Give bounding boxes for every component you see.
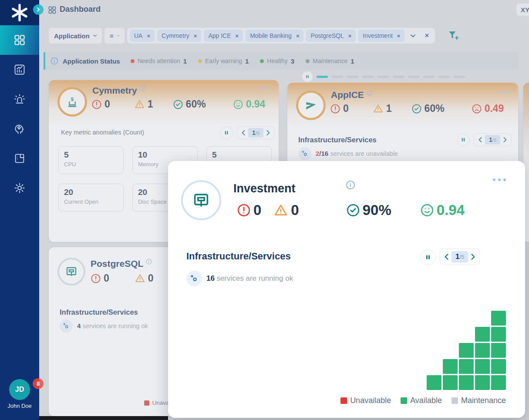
card-title: Investment <box>233 182 296 195</box>
carousel-pause-button[interactable] <box>302 71 313 82</box>
chevron-down-icon <box>411 34 415 37</box>
carousel-dash[interactable] <box>454 76 465 78</box>
close-icon[interactable]: × <box>236 33 239 39</box>
carousel-dash[interactable] <box>362 76 374 78</box>
chevron-down-icon <box>93 34 97 37</box>
availability-stat: 90% <box>346 202 391 218</box>
page-indicator: 1/5 <box>485 135 500 144</box>
info-icon[interactable] <box>146 259 152 265</box>
carousel-dash[interactable] <box>332 76 343 78</box>
prev-page-button[interactable] <box>239 130 248 135</box>
warnings-stat: 0 <box>135 272 154 284</box>
filter-chip[interactable]: Cymmetry × <box>157 30 201 42</box>
add-filter-icon[interactable] <box>448 30 459 43</box>
chevron-down-icon <box>117 34 119 37</box>
services-status-text: services are running ok <box>216 274 293 282</box>
gears-icon <box>62 322 70 330</box>
prev-page-button[interactable] <box>475 137 485 142</box>
sidebar-nav <box>0 25 39 203</box>
pagination: 1/5 <box>474 133 512 146</box>
postgresql-app-icon <box>57 258 85 286</box>
status-item: Early warning 1 <box>198 57 249 65</box>
close-icon[interactable]: × <box>397 33 401 39</box>
carousel-dash[interactable] <box>347 76 358 78</box>
clear-filters-button[interactable]: × <box>421 30 432 41</box>
carousel-dash[interactable] <box>438 76 450 78</box>
chevron-right-icon <box>503 137 507 142</box>
card-menu[interactable] <box>493 178 506 181</box>
service-square-available <box>475 359 490 374</box>
avatar[interactable]: JD 8 <box>9 379 30 400</box>
close-icon[interactable]: × <box>194 33 197 39</box>
sidebar-item-analytics[interactable] <box>0 55 39 84</box>
score-stat: 0.49 <box>472 103 504 114</box>
service-square-available <box>459 343 474 358</box>
next-page-button[interactable] <box>263 130 273 135</box>
notification-badge: 8 <box>33 378 44 389</box>
score-stat: 0.94 <box>233 98 266 110</box>
info-icon[interactable] <box>367 90 373 96</box>
next-page-button[interactable] <box>468 254 478 260</box>
badge-check-icon <box>411 104 422 114</box>
user-profile[interactable]: JD 8 John Doe <box>0 376 39 420</box>
page-indicator: 1/5 <box>248 128 263 138</box>
gears-icon <box>189 274 199 283</box>
appice-app-icon <box>296 91 326 120</box>
sidebar-item-reports[interactable] <box>0 144 39 173</box>
sidebar-item-settings[interactable] <box>0 173 39 203</box>
availability-stat: 60% <box>173 98 206 110</box>
card-menu[interactable] <box>499 91 509 94</box>
next-page-button[interactable] <box>500 137 510 142</box>
close-icon[interactable]: × <box>296 33 300 39</box>
section-label: Key metric anomalies (Count) <box>61 129 144 136</box>
carousel-dash[interactable] <box>317 76 328 78</box>
chips-expand-button[interactable] <box>407 30 418 41</box>
card-menu[interactable] <box>259 87 270 89</box>
sidebar-item-dashboard[interactable] <box>0 25 39 55</box>
pause-icon <box>425 254 431 260</box>
filter-chip[interactable]: PostgreSQL × <box>306 30 356 42</box>
section-title: Infrastructure/Services <box>60 308 138 316</box>
pause-button[interactable] <box>420 249 436 265</box>
card-carousel-indicator <box>302 71 465 82</box>
alerts-stat: 0 <box>330 103 349 114</box>
carousel-dash[interactable] <box>408 76 419 78</box>
filter-chip[interactable]: UA × <box>130 30 155 42</box>
page-title: Dashboard <box>60 5 101 14</box>
sad-face-icon <box>472 104 482 114</box>
carousel-dash[interactable] <box>423 76 435 78</box>
pause-button[interactable] <box>457 133 470 146</box>
cymmetry-app-icon: $ <box>57 87 87 117</box>
service-square-available <box>459 359 474 374</box>
close-icon[interactable]: × <box>348 33 352 39</box>
top-right-button[interactable]: XY <box>516 3 529 16</box>
carousel-dash[interactable] <box>377 76 389 78</box>
section-title: Infrastructure/Services <box>298 136 377 144</box>
filter-chip[interactable]: Investment × <box>358 30 404 42</box>
info-icon[interactable] <box>140 85 146 91</box>
chevron-left-icon <box>242 130 245 135</box>
pause-button[interactable] <box>220 126 233 139</box>
info-icon[interactable] <box>51 57 58 65</box>
info-icon[interactable] <box>346 180 355 192</box>
chevron-right-icon <box>36 7 40 12</box>
status-item: Healthy 3 <box>260 57 294 65</box>
prev-page-button[interactable] <box>441 254 452 260</box>
filter-chip[interactable]: Mobile Banking × <box>246 30 303 42</box>
sidebar-item-ai-insights[interactable] <box>0 114 39 144</box>
sidebar-expand-button[interactable] <box>33 4 44 15</box>
card-investment-expanded: Investment 0 0 90% 0.94 Infrastructure/S… <box>168 161 525 418</box>
section-title: Infrastructure/Services <box>186 251 291 262</box>
filter-field-select[interactable]: Application <box>49 28 102 44</box>
pagination: 1/5 <box>237 126 275 139</box>
service-square-available <box>491 343 506 358</box>
filter-chip[interactable]: App ICE × <box>204 30 243 42</box>
report-panel-icon <box>13 152 26 165</box>
alert-circle-icon <box>237 203 251 217</box>
sidebar-item-alerts[interactable] <box>0 84 39 114</box>
carousel-dash[interactable] <box>393 76 404 78</box>
chevron-left-icon <box>445 254 448 260</box>
filter-operator-select[interactable]: = <box>104 28 125 44</box>
service-square-available <box>475 343 490 358</box>
close-icon[interactable]: × <box>147 33 150 39</box>
